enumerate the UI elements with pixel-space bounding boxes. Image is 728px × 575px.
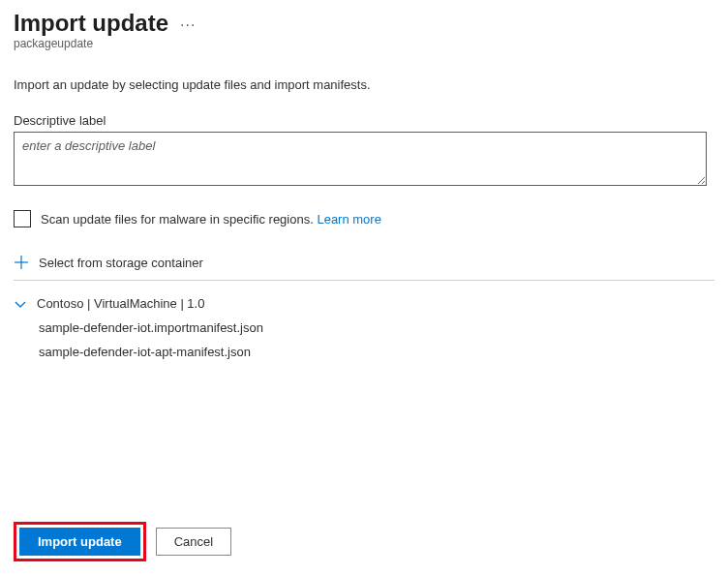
cancel-button[interactable]: Cancel bbox=[156, 528, 231, 556]
resource-subtitle: packageupdate bbox=[14, 37, 714, 50]
descriptive-label: Descriptive label bbox=[14, 113, 714, 128]
select-storage-label: Select from storage container bbox=[39, 256, 203, 270]
learn-more-link[interactable]: Learn more bbox=[317, 212, 380, 227]
malware-scan-checkbox[interactable] bbox=[14, 210, 31, 227]
chevron-down-icon bbox=[14, 297, 27, 311]
more-icon[interactable]: ··· bbox=[180, 13, 196, 34]
select-storage-button[interactable]: Select from storage container bbox=[14, 255, 714, 281]
update-group-toggle[interactable]: Contoso | VirtualMachine | 1.0 bbox=[14, 296, 714, 311]
list-item: sample-defender-iot.importmanifest.json bbox=[39, 320, 714, 335]
list-item: sample-defender-iot-apt-manifest.json bbox=[39, 345, 714, 359]
import-update-button[interactable]: Import update bbox=[19, 528, 140, 556]
page-title: Import update bbox=[14, 10, 168, 37]
malware-scan-label: Scan update files for malware in specifi… bbox=[41, 212, 381, 227]
footer-actions: Import update Cancel bbox=[14, 522, 231, 561]
descriptive-input[interactable] bbox=[14, 132, 707, 186]
file-list: sample-defender-iot.importmanifest.json … bbox=[39, 320, 714, 359]
update-group-title: Contoso | VirtualMachine | 1.0 bbox=[37, 296, 204, 311]
malware-scan-text: Scan update files for malware in specifi… bbox=[41, 212, 317, 227]
highlight-annotation: Import update bbox=[14, 522, 146, 561]
intro-text: Import an update by selecting update fil… bbox=[14, 77, 714, 92]
plus-icon bbox=[14, 255, 29, 270]
